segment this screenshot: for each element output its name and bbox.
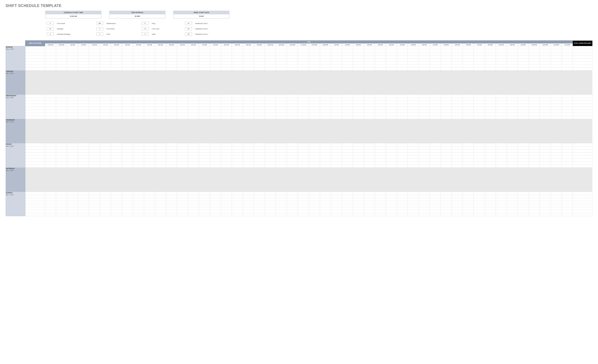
time-cell[interactable]	[320, 177, 331, 180]
time-cell[interactable]	[111, 119, 122, 122]
time-cell[interactable]	[122, 213, 133, 216]
time-cell[interactable]	[177, 213, 188, 216]
time-cell[interactable]	[254, 86, 265, 89]
time-cell[interactable]	[133, 89, 144, 92]
time-cell[interactable]	[309, 113, 320, 116]
time-cell[interactable]	[386, 128, 397, 131]
employee-name-cell[interactable]	[25, 149, 45, 153]
time-cell[interactable]	[111, 140, 122, 143]
time-cell[interactable]	[452, 125, 463, 128]
time-cell[interactable]	[342, 73, 353, 77]
time-cell[interactable]	[265, 89, 276, 92]
time-cell[interactable]	[331, 189, 342, 192]
time-cell[interactable]	[386, 98, 397, 101]
time-cell[interactable]	[331, 73, 342, 77]
time-cell[interactable]	[408, 71, 419, 73]
time-cell[interactable]	[364, 174, 375, 177]
time-cell[interactable]	[441, 46, 452, 49]
time-cell[interactable]	[419, 61, 430, 65]
time-cell[interactable]	[496, 98, 507, 101]
time-cell[interactable]	[221, 143, 232, 146]
time-cell[interactable]	[122, 143, 133, 146]
time-cell[interactable]	[78, 195, 89, 198]
time-cell[interactable]	[441, 67, 452, 71]
time-cell[interactable]	[122, 204, 133, 207]
time-cell[interactable]	[56, 58, 67, 61]
time-cell[interactable]	[122, 149, 133, 153]
time-cell[interactable]	[419, 125, 430, 128]
time-cell[interactable]	[221, 131, 232, 134]
time-cell[interactable]	[342, 143, 353, 146]
time-cell[interactable]	[397, 55, 408, 58]
time-cell[interactable]	[56, 168, 67, 171]
time-cell[interactable]	[353, 95, 364, 98]
time-cell[interactable]	[342, 171, 353, 174]
time-cell[interactable]	[100, 159, 111, 162]
time-cell[interactable]	[364, 201, 375, 204]
time-cell[interactable]	[518, 140, 529, 143]
time-cell[interactable]	[155, 159, 166, 162]
time-cell[interactable]	[540, 168, 551, 171]
time-cell[interactable]	[166, 207, 177, 210]
time-cell[interactable]	[452, 143, 463, 146]
time-cell[interactable]	[507, 131, 518, 134]
time-cell[interactable]	[309, 213, 320, 216]
time-cell[interactable]	[111, 183, 122, 186]
time-cell[interactable]	[265, 55, 276, 58]
time-cell[interactable]	[419, 183, 430, 186]
time-cell[interactable]	[562, 159, 573, 162]
time-cell[interactable]	[89, 80, 100, 83]
employee-name-cell[interactable]	[25, 58, 45, 61]
time-cell[interactable]	[133, 146, 144, 149]
time-cell[interactable]	[419, 98, 430, 101]
time-cell[interactable]	[287, 67, 298, 71]
time-cell[interactable]	[276, 192, 287, 195]
time-cell[interactable]	[331, 207, 342, 210]
time-cell[interactable]	[331, 213, 342, 216]
time-cell[interactable]	[353, 134, 364, 137]
time-cell[interactable]	[452, 192, 463, 195]
time-cell[interactable]	[507, 201, 518, 204]
time-cell[interactable]	[353, 171, 364, 174]
time-cell[interactable]	[133, 131, 144, 134]
time-cell[interactable]	[353, 92, 364, 95]
time-cell[interactable]	[210, 207, 221, 210]
time-cell[interactable]	[507, 80, 518, 83]
time-cell[interactable]	[452, 122, 463, 125]
time-cell[interactable]	[331, 143, 342, 146]
time-cell[interactable]	[474, 207, 485, 210]
time-cell[interactable]	[408, 52, 419, 55]
time-cell[interactable]	[507, 73, 518, 77]
time-cell[interactable]	[485, 192, 496, 195]
time-cell[interactable]	[188, 125, 199, 128]
time-cell[interactable]	[529, 198, 540, 201]
time-cell[interactable]	[56, 195, 67, 198]
time-cell[interactable]	[122, 46, 133, 49]
time-cell[interactable]	[342, 83, 353, 86]
time-cell[interactable]	[353, 49, 364, 52]
time-cell[interactable]	[562, 195, 573, 198]
time-cell[interactable]	[78, 86, 89, 89]
time-cell[interactable]	[276, 80, 287, 83]
time-cell[interactable]	[210, 46, 221, 49]
time-cell[interactable]	[430, 159, 441, 162]
time-cell[interactable]	[463, 107, 474, 110]
time-cell[interactable]	[56, 210, 67, 213]
time-cell[interactable]	[562, 119, 573, 122]
time-cell[interactable]	[386, 46, 397, 49]
time-cell[interactable]	[45, 92, 56, 95]
time-cell[interactable]	[265, 140, 276, 143]
time-cell[interactable]	[430, 125, 441, 128]
time-cell[interactable]	[364, 107, 375, 110]
time-cell[interactable]	[221, 204, 232, 207]
time-cell[interactable]	[364, 204, 375, 207]
time-cell[interactable]	[551, 180, 562, 183]
time-cell[interactable]	[309, 180, 320, 183]
time-cell[interactable]	[45, 165, 56, 168]
time-cell[interactable]	[243, 92, 254, 95]
time-cell[interactable]	[298, 171, 309, 174]
time-cell[interactable]	[89, 116, 100, 119]
time-cell[interactable]	[496, 116, 507, 119]
time-cell[interactable]	[419, 128, 430, 131]
time-cell[interactable]	[364, 101, 375, 104]
